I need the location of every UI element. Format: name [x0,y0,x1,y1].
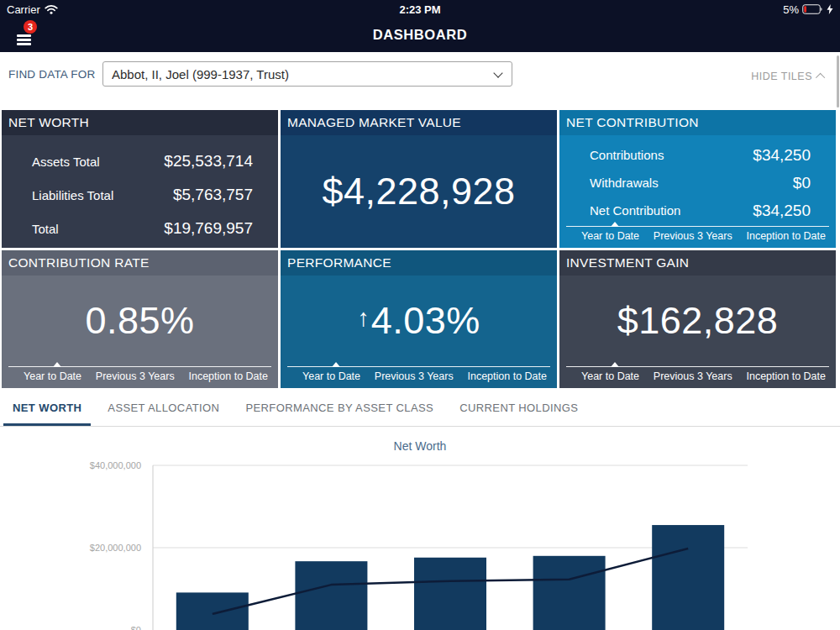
account-select[interactable]: Abbot, II, Joel (999-1937, Trust) [102,61,512,87]
tile-title: CONTRIBUTION RATE [2,250,278,276]
filter-bar: FIND DATA FOR Abbot, II, Joel (999-1937,… [0,52,840,109]
kpi-tiles-grid: NET WORTH Assets Total $25,533,714 Liabi… [0,110,840,388]
tab-net-worth[interactable]: NET WORTH [3,402,91,426]
row-label: Total [32,222,59,236]
tab-current-holdings[interactable]: CURRENT HOLDINGS [450,402,587,426]
period-tab-previous-3-years[interactable]: Previous 3 Years [96,370,175,388]
row-value: $34,250 [753,146,811,165]
row-label: Liabilities Total [32,188,113,202]
hide-tiles-label: HIDE TILES [751,71,812,82]
account-select-value: Abbot, II, Joel (999-1937, Trust) [112,67,289,81]
clock: 2:23 PM [192,3,648,16]
section-tabs: NET WORTH ASSET ALLOCATION PERFORMANCE B… [0,388,840,427]
y-axis-tick-label: $0 [131,625,141,630]
period-tab-year-to-date[interactable]: Year to Date [581,230,639,248]
tab-asset-allocation[interactable]: ASSET ALLOCATION [98,402,228,426]
tile-investment-gain: INVESTMENT GAIN $162,828 Year to Date Pr… [559,250,836,388]
nav-bar: 3 DASHBOARD [0,18,840,52]
row-value: $25,533,714 [164,152,253,171]
tile-value: $4,228,928 [322,170,515,213]
table-row: Total $19,769,957 [32,212,253,245]
row-label: Net Contribution [590,203,680,218]
chevron-down-icon [493,68,502,77]
tile-contribution-rate: CONTRIBUTION RATE 0.85% Year to Date Pre… [2,250,278,388]
row-value: $34,250 [753,202,811,220]
chart-plot-area: $0$20,000,000$40,000,000 [0,433,840,630]
bar [295,561,367,630]
bar [533,556,606,630]
period-tab-previous-3-years[interactable]: Previous 3 Years [375,370,454,388]
page-title: DASHBOARD [0,27,840,43]
table-row: Net Contribution $34,250 [590,197,811,224]
selected-period-caret-icon [332,362,340,367]
selected-period-caret-icon [53,362,61,367]
hide-tiles-button[interactable]: HIDE TILES [751,71,825,82]
up-arrow-icon: ↑ [357,304,370,332]
tile-title: INVESTMENT GAIN [559,250,836,276]
bar [414,558,486,630]
bar [176,592,249,630]
tile-title: MANAGED MARKET VALUE [281,110,557,135]
battery-percent: 5% [783,3,799,16]
period-tabs: Year to Date Previous 3 Years Inception … [287,366,550,388]
tile-performance: PERFORMANCE ↑ 4.03% Year to Date Previou… [281,250,557,388]
row-value: $19,769,957 [164,219,253,238]
period-tabs: Year to Date Previous 3 Years Inception … [8,366,271,388]
carrier-label: Carrier [7,3,40,16]
find-data-for-label: FIND DATA FOR [8,68,95,81]
period-tab-inception-to-date[interactable]: Inception to Date [746,370,826,388]
row-label: Assets Total [32,155,100,169]
selected-period-caret-icon [611,222,619,227]
net-worth-chart: Net Worth $0$20,000,000$40,000,000 [0,427,840,630]
battery-icon [802,4,823,14]
tab-performance-by-asset-class[interactable]: PERFORMANCE BY ASSET CLASS [236,402,443,426]
row-label: Withdrawals [590,176,659,190]
period-tab-year-to-date[interactable]: Year to Date [302,370,360,388]
period-tab-inception-to-date[interactable]: Inception to Date [467,370,547,388]
tile-net-worth: NET WORTH Assets Total $25,533,714 Liabi… [2,110,278,248]
tile-value: 4.03% [371,299,480,343]
selected-period-caret-icon [611,362,619,367]
tile-value: 0.85% [85,299,194,343]
period-tabs: Year to Date Previous 3 Years Inception … [566,226,829,248]
tile-value: $162,828 [617,299,779,343]
charging-bolt-icon [827,4,833,14]
y-axis-tick-label: $20,000,000 [90,543,141,553]
row-value: $0 [793,174,811,192]
wifi-icon [45,4,58,14]
row-value: $5,763,757 [173,186,253,204]
period-tab-inception-to-date[interactable]: Inception to Date [188,370,268,388]
row-label: Contributions [590,148,664,162]
y-axis-tick-label: $40,000,000 [90,460,141,470]
top-bar: Carrier 2:23 PM 5% [0,0,840,52]
scrollbar-thumb[interactable] [837,55,839,108]
status-bar: Carrier 2:23 PM 5% [0,0,840,18]
period-tab-previous-3-years[interactable]: Previous 3 Years [654,370,732,388]
table-row: Contributions $34,250 [590,141,811,169]
table-row: Assets Total $25,533,714 [32,144,253,178]
app-screen: Carrier 2:23 PM 5% [0,0,840,630]
tile-net-contribution: NET CONTRIBUTION Contributions $34,250 W… [559,110,836,248]
tile-managed-market-value: MANAGED MARKET VALUE $4,228,928 [281,110,557,248]
period-tab-previous-3-years[interactable]: Previous 3 Years [654,230,732,248]
table-row: Liabilities Total $5,763,757 [32,178,253,212]
period-tab-inception-to-date[interactable]: Inception to Date [746,230,826,248]
table-row: Withdrawals $0 [590,169,811,197]
tile-title: PERFORMANCE [281,250,557,276]
bar [652,525,724,630]
chevron-up-icon [816,73,825,82]
tile-title: NET WORTH [2,110,278,135]
period-tabs: Year to Date Previous 3 Years Inception … [566,366,829,388]
period-tab-year-to-date[interactable]: Year to Date [581,370,639,388]
tile-title: NET CONTRIBUTION [559,110,836,135]
period-tab-year-to-date[interactable]: Year to Date [24,370,81,388]
